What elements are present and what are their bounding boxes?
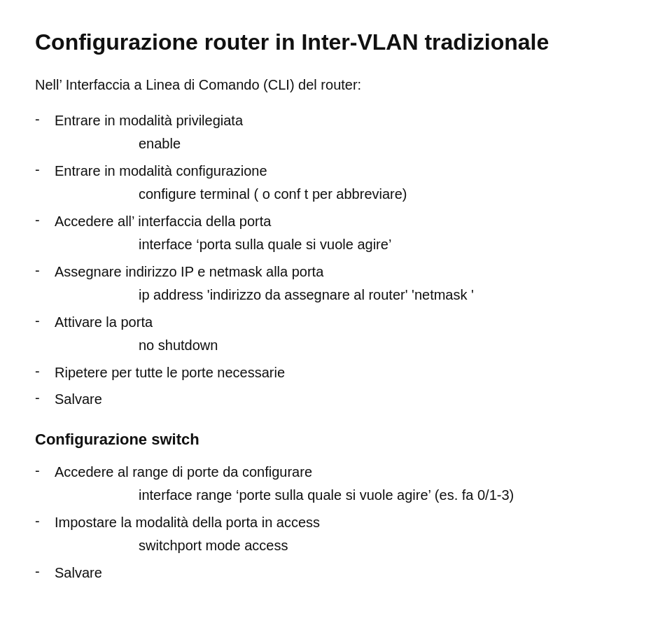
- bullet-content: Ripetere per tutte le porte necessarie: [55, 362, 637, 383]
- bullet-content: Accedere al range di porte da configurar…: [55, 461, 637, 506]
- bullet-sub-text: interface range ‘porte sulla quale si vu…: [55, 484, 637, 506]
- bullet-main-text: Entrare in modalità configurazione: [55, 160, 637, 181]
- bullet-main-text: Impostare la modalità della porta in acc…: [55, 512, 637, 533]
- bullet-main-text: Salvare: [55, 562, 637, 583]
- bullet-dash: -: [35, 362, 55, 379]
- bullet-dash: -: [35, 512, 55, 529]
- bullet-dash: -: [35, 160, 55, 178]
- router-bullet-item: -Salvare: [35, 389, 637, 410]
- bullet-content: Attivare la portano shutdown: [55, 312, 637, 356]
- bullet-main-text: Entrare in modalità privilegiata: [55, 110, 637, 131]
- bullet-dash: -: [35, 389, 55, 406]
- switch-section: Configurazione switch -Accedere al range…: [35, 431, 637, 583]
- bullet-content: Salvare: [55, 389, 637, 410]
- bullet-content: Impostare la modalità della porta in acc…: [55, 512, 637, 557]
- router-bullet-item: -Ripetere per tutte le porte necessarie: [35, 362, 637, 383]
- bullet-main-text: Attivare la porta: [55, 312, 637, 333]
- bullet-content: Assegnare indirizzo IP e netmask alla po…: [55, 261, 637, 306]
- bullet-sub-text: interface ‘porta sulla quale si vuole ag…: [55, 233, 637, 256]
- bullet-dash: -: [35, 461, 55, 479]
- bullet-main-text: Accedere all’ interfaccia della porta: [55, 211, 637, 232]
- bullet-main-text: Ripetere per tutte le porte necessarie: [55, 362, 637, 383]
- bullet-main-text: Accedere al range di porte da configurar…: [55, 461, 637, 482]
- router-bullet-item: -Accedere all’ interfaccia della portain…: [35, 211, 637, 256]
- bullet-dash: -: [35, 312, 55, 329]
- router-bullet-item: -Entrare in modalità configurazioneconfi…: [35, 160, 637, 205]
- bullet-sub-text: no shutdown: [55, 334, 637, 356]
- bullet-dash: -: [35, 562, 55, 580]
- router-bullet-item: -Attivare la portano shutdown: [35, 312, 637, 356]
- bullet-dash: -: [35, 211, 55, 228]
- bullet-main-text: Assegnare indirizzo IP e netmask alla po…: [55, 261, 637, 282]
- switch-bullet-item: -Salvare: [35, 562, 637, 583]
- bullet-sub-text: enable: [55, 132, 637, 155]
- switch-bullet-item: -Accedere al range di porte da configura…: [35, 461, 637, 506]
- router-bullet-item: -Entrare in modalità privilegiataenable: [35, 110, 637, 155]
- bullet-main-text: Salvare: [55, 389, 637, 410]
- bullet-content: Salvare: [55, 562, 637, 583]
- intro-text: Nell’ Interfaccia a Linea di Comando (CL…: [35, 77, 637, 93]
- page-title: Configurazione router in Inter-VLAN trad…: [35, 28, 637, 57]
- bullet-sub-text: switchport mode access: [55, 534, 637, 557]
- bullet-sub-text: ip address 'indirizzo da assegnare al ro…: [55, 284, 637, 306]
- bullet-content: Accedere all’ interfaccia della portaint…: [55, 211, 637, 256]
- bullet-content: Entrare in modalità configurazioneconfig…: [55, 160, 637, 205]
- bullet-dash: -: [35, 110, 55, 127]
- bullet-content: Entrare in modalità privilegiataenable: [55, 110, 637, 155]
- bullet-dash: -: [35, 261, 55, 279]
- switch-bullet-item: -Impostare la modalità della porta in ac…: [35, 512, 637, 557]
- router-section: -Entrare in modalità privilegiataenable-…: [35, 110, 637, 410]
- switch-section-title: Configurazione switch: [35, 431, 637, 449]
- bullet-sub-text: configure terminal ( o conf t per abbrev…: [55, 183, 637, 205]
- router-bullet-item: -Assegnare indirizzo IP e netmask alla p…: [35, 261, 637, 306]
